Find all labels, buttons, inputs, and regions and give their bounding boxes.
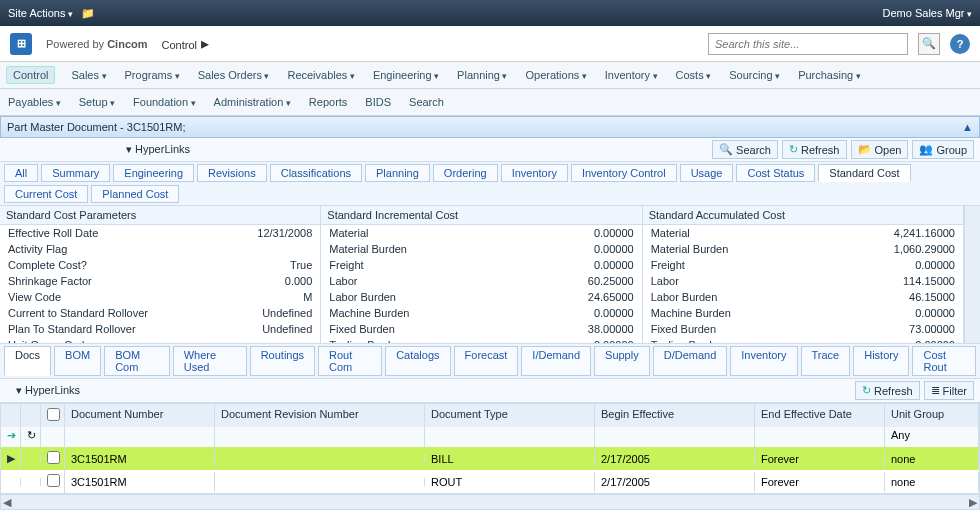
cost-tabs: AllSummaryEngineeringRevisionsClassifica… (0, 162, 980, 206)
col-begin-eff[interactable]: Begin Effective (595, 404, 755, 427)
horizontal-scrollbar[interactable]: ◀▶ (0, 494, 980, 510)
field-tooling-burden: Tooling Burden0.00000 (643, 337, 963, 344)
subtab-forecast[interactable]: Forecast (454, 346, 519, 376)
field-fixed-burden: Fixed Burden38.00000 (321, 321, 641, 337)
col1-title: Standard Cost Parameters (0, 206, 320, 225)
document-title: Part Master Document - 3C1501RM; (7, 121, 186, 133)
subtab-docs[interactable]: Docs (4, 346, 51, 376)
table-row[interactable]: ▶3C1501RMBILL2/17/2005Forevernone (1, 447, 979, 470)
tab-revisions[interactable]: Revisions (197, 164, 267, 182)
subtab-where-used[interactable]: Where Used (173, 346, 247, 376)
subtab-i-demand[interactable]: I/Demand (521, 346, 591, 376)
collapse-icon[interactable]: ▲ (962, 121, 973, 133)
field-current-to-standard-rollover: Current to Standard RolloverUndefined (0, 305, 320, 321)
refresh-icon: ↻ (789, 143, 798, 156)
nav-setup[interactable]: Setup (77, 93, 117, 111)
field-material-burden: Material Burden1,060.29000 (643, 241, 963, 257)
tab-summary[interactable]: Summary (41, 164, 110, 182)
col-doc-number[interactable]: Document Number (65, 404, 215, 427)
hyperlinks-toggle[interactable]: ▾ HyperLinks (126, 143, 190, 156)
field-freight: Freight0.00000 (643, 257, 963, 273)
nav-administration[interactable]: Administration (212, 93, 293, 111)
nav-sales[interactable]: Sales (69, 66, 108, 84)
tab-inventory-control[interactable]: Inventory Control (571, 164, 677, 182)
nav-sourcing[interactable]: Sourcing (727, 66, 782, 84)
subtab-history[interactable]: History (853, 346, 909, 376)
col-doc-type[interactable]: Document Type (425, 404, 595, 427)
nav-sales-orders[interactable]: Sales Orders (196, 66, 272, 84)
tab-planning[interactable]: Planning (365, 164, 430, 182)
site-actions-menu[interactable]: Site Actions (8, 7, 73, 19)
subtab-trace[interactable]: Trace (801, 346, 851, 376)
group-tool[interactable]: 👥Group (912, 140, 974, 159)
site-search-input[interactable] (708, 33, 908, 55)
nav-planning[interactable]: Planning (455, 66, 509, 84)
vertical-scrollbar[interactable] (964, 206, 980, 343)
nav-control[interactable]: Control (6, 66, 55, 84)
field-fixed-burden: Fixed Burden73.00000 (643, 321, 963, 337)
col-parameters: Standard Cost ParametersEffective Roll D… (0, 206, 321, 343)
user-menu[interactable]: Demo Sales Mgr (883, 7, 972, 19)
tab-standard-cost[interactable]: Standard Cost (818, 164, 910, 182)
open-icon: 📂 (858, 143, 872, 156)
navigate-up-icon[interactable]: 📁 (81, 7, 95, 20)
nav-costs[interactable]: Costs (674, 66, 714, 84)
filter-icon: ≣ (931, 384, 940, 397)
subtab-bom-com[interactable]: BOM Com (104, 346, 170, 376)
tab-ordering[interactable]: Ordering (433, 164, 498, 182)
field-labor: Labor60.25000 (321, 273, 641, 289)
nav-inventory[interactable]: Inventory (603, 66, 660, 84)
col-end-eff[interactable]: End Effective Date (755, 404, 885, 427)
grid-hyperlinks-toggle[interactable]: ▾ HyperLinks (16, 384, 80, 397)
grid-filter-tool[interactable]: ≣Filter (924, 381, 974, 400)
unit-group-filter[interactable]: Any (885, 427, 979, 447)
nav-bids[interactable]: BIDS (363, 93, 393, 111)
col-incremental: Standard Incremental CostMaterial0.00000… (321, 206, 642, 343)
tab-inventory[interactable]: Inventory (501, 164, 568, 182)
tab-planned-cost[interactable]: Planned Cost (91, 185, 179, 203)
select-all-checkbox[interactable] (47, 408, 60, 421)
nav-receivables[interactable]: Receivables (285, 66, 356, 84)
nav-programs[interactable]: Programs (123, 66, 182, 84)
documents-grid: Document Number Document Revision Number… (0, 403, 980, 494)
nav-operations[interactable]: Operations (523, 66, 588, 84)
field-plan-to-standard-rollover: Plan To Standard RolloverUndefined (0, 321, 320, 337)
subtab-cost-rout[interactable]: Cost Rout (912, 346, 976, 376)
subtab-supply[interactable]: Supply (594, 346, 650, 376)
col3-title: Standard Accumulated Cost (643, 206, 963, 225)
grid-refresh-tool[interactable]: ↻Refresh (855, 381, 920, 400)
tab-current-cost[interactable]: Current Cost (4, 185, 88, 203)
col-accumulated: Standard Accumulated CostMaterial4,241.1… (643, 206, 964, 343)
tab-classifications[interactable]: Classifications (270, 164, 362, 182)
search-button[interactable]: 🔍 (918, 33, 940, 55)
subtab-rout-com[interactable]: Rout Com (318, 346, 382, 376)
col-doc-rev[interactable]: Document Revision Number (215, 404, 425, 427)
table-row[interactable]: 3C1501RMROUT2/17/2005Forevernone (1, 470, 979, 493)
nav-engineering[interactable]: Engineering (371, 66, 441, 84)
nav-search[interactable]: Search (407, 93, 446, 111)
nav-payables[interactable]: Payables (6, 93, 63, 111)
subtab-inventory[interactable]: Inventory (730, 346, 797, 376)
new-row-icon[interactable]: ➔ (1, 427, 21, 447)
refresh-tool[interactable]: ↻Refresh (782, 140, 847, 159)
open-tool[interactable]: 📂Open (851, 140, 909, 159)
subtab-bom[interactable]: BOM (54, 346, 101, 376)
subtab-routings[interactable]: Routings (250, 346, 315, 376)
tab-usage[interactable]: Usage (680, 164, 734, 182)
nav-purchasing[interactable]: Purchasing (796, 66, 863, 84)
nav-foundation[interactable]: Foundation (131, 93, 198, 111)
detail-tabs: DocsBOMBOM ComWhere UsedRoutingsRout Com… (0, 344, 980, 379)
refresh-row-icon[interactable]: ↻ (21, 427, 41, 447)
row-checkbox[interactable] (47, 474, 60, 487)
tab-all[interactable]: All (4, 164, 38, 182)
subtab-catalogs[interactable]: Catalogs (385, 346, 450, 376)
col-unit-group[interactable]: Unit Group (885, 404, 979, 427)
search-tool[interactable]: 🔍Search (712, 140, 778, 159)
subtab-d-demand[interactable]: D/Demand (653, 346, 728, 376)
field-material: Material0.00000 (321, 225, 641, 241)
tab-engineering[interactable]: Engineering (113, 164, 194, 182)
row-checkbox[interactable] (47, 451, 60, 464)
help-button[interactable]: ? (950, 34, 970, 54)
nav-reports[interactable]: Reports (307, 93, 350, 111)
tab-cost-status[interactable]: Cost Status (736, 164, 815, 182)
